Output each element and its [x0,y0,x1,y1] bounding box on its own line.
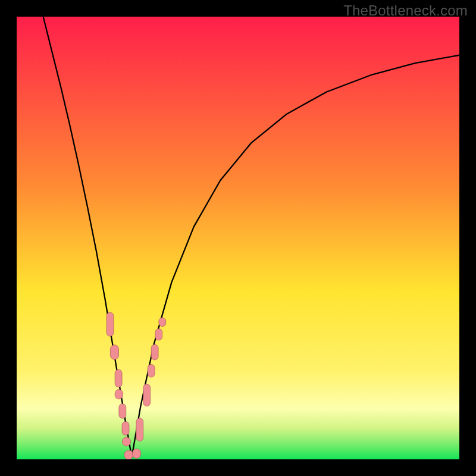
marker [110,345,118,360]
marker [119,404,126,419]
marker [107,312,114,336]
highlight-markers [107,312,166,459]
marker [122,421,129,435]
marker [143,384,151,406]
marker [115,369,122,387]
right-branch-curve [131,55,459,458]
marker [151,345,158,360]
marker [124,450,133,459]
marker [148,364,155,377]
marker [122,437,130,446]
marker [155,329,162,340]
marker [159,318,166,327]
marker [115,389,123,399]
marker [133,449,141,458]
watermark-text: TheBottleneck.com [343,2,468,19]
plot-area [17,17,459,459]
chart-container: TheBottleneck.com [0,0,476,476]
marker [136,418,143,441]
curve-layer [17,17,459,459]
